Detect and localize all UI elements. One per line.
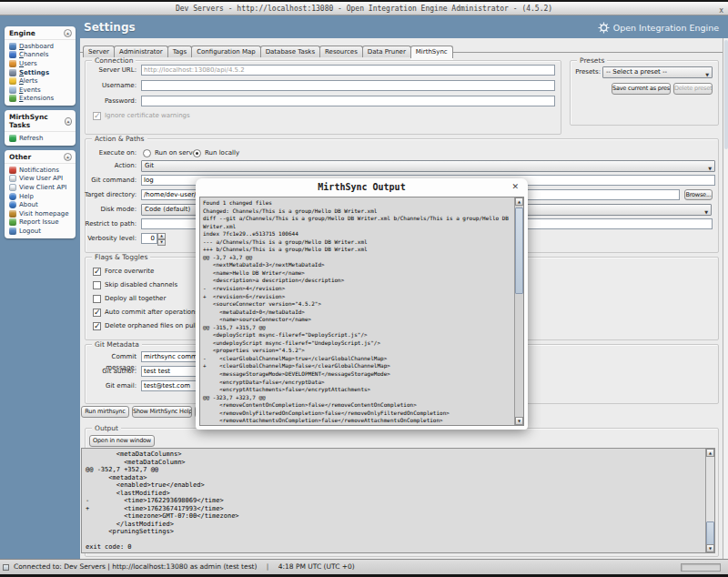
collapse-icon[interactable]: ▴ <box>64 29 72 37</box>
scrollbar-thumb[interactable] <box>706 521 714 545</box>
sidebar-item-events[interactable]: Events <box>9 86 76 95</box>
checkbox-icon <box>93 281 101 289</box>
dialog-scrollbar[interactable]: ▲ ▼ <box>514 197 523 425</box>
help-icon <box>9 193 16 200</box>
scroll-up-icon[interactable]: ▲ <box>515 197 523 206</box>
git-author-label: Git author: <box>82 366 136 377</box>
tab-data-pruner[interactable]: Data Pruner <box>362 46 411 57</box>
sidebar-item-help[interactable]: Help <box>9 192 76 201</box>
mirthsync-tasks-title: MirthSync Tasks <box>9 113 65 129</box>
sidebar-item-logout[interactable]: Logout <box>9 227 76 236</box>
dialog-output-text: Found 1 changed files Changed: Channels/… <box>203 199 509 425</box>
tab-mirthsync[interactable]: MirthSync <box>410 46 453 58</box>
dialog-close-icon[interactable]: ✕ <box>511 182 519 191</box>
sidebar-item-settings[interactable]: Settings <box>9 68 76 77</box>
run-mirthsync-button[interactable]: Run mirthsync <box>81 406 129 418</box>
sidebar-item-view-client-api[interactable]: View Client API <box>9 183 76 192</box>
presets-label: Presets: <box>566 66 601 77</box>
auto-commit-checkbox[interactable]: Auto commit after operations <box>93 308 198 317</box>
ignore-cert-checkbox[interactable]: Ignore certificate warnings <box>93 111 190 120</box>
deploy-all-checkbox[interactable]: Deploy all together <box>93 294 166 303</box>
sidebar-item-alerts[interactable]: Alerts <box>9 76 76 86</box>
extensions-icon <box>9 95 16 102</box>
other-panel-title: Other <box>9 153 31 161</box>
tab-database-tasks[interactable]: Database Tasks <box>260 46 320 57</box>
sidebar-item-dashboard[interactable]: Dashboard <box>9 42 76 51</box>
git-email-label: Git email: <box>82 380 136 391</box>
server-url-input[interactable] <box>141 65 555 76</box>
deploy-all-label: Deploy all together <box>105 295 166 302</box>
sidebar-item-view-user-api[interactable]: View User API <box>9 175 76 184</box>
tab-resources[interactable]: Resources <box>319 46 363 57</box>
collapse-icon[interactable]: ▴ <box>65 117 72 126</box>
run-locally-radio[interactable]: Run locally <box>193 148 239 157</box>
tab-tags[interactable]: Tags <box>167 46 193 57</box>
sidebar-item-about[interactable]: About <box>9 200 76 209</box>
verbosity-spinner[interactable]: 0 ▲▼ <box>141 233 166 246</box>
events-icon <box>9 86 16 94</box>
info-icon <box>9 201 16 208</box>
git-metadata-group-title: Git Metadata <box>92 340 142 349</box>
collapse-icon[interactable]: ▴ <box>64 153 72 161</box>
run-on-server-radio[interactable]: Run on server <box>143 148 199 157</box>
output-textarea[interactable]: <metaDataColumns> <metaDataColumn> @@ -3… <box>81 448 715 553</box>
checkbox-icon <box>93 268 101 276</box>
status-progress-box <box>681 563 721 572</box>
checkbox-icon <box>93 309 101 317</box>
radio-icon <box>193 149 201 157</box>
skip-disabled-checkbox[interactable]: Skip disabled channels <box>93 280 177 289</box>
commit-message-label: Commit message: <box>82 351 136 362</box>
scroll-down-icon[interactable]: ▼ <box>515 417 523 425</box>
output-scrollbar[interactable]: ▲ ▼ <box>705 449 714 552</box>
spinner-up-icon[interactable]: ▲ <box>157 233 166 239</box>
sidebar-item-visit-homepage[interactable]: Visit homepage <box>9 209 76 218</box>
dashboard-icon <box>9 43 16 50</box>
sidebar-item-channels[interactable]: Channels <box>9 51 76 60</box>
content-scrollbar[interactable] <box>723 38 728 559</box>
delete-orphaned-checkbox[interactable]: Delete orphaned files on pull <box>93 321 197 330</box>
connection-status-icon <box>3 564 9 571</box>
presets-select[interactable]: -- Select a preset -- <box>602 66 713 78</box>
sidebar-item-extensions[interactable]: Extensions <box>9 95 76 104</box>
tab-administrator[interactable]: Administrator <box>114 46 168 57</box>
force-overwrite-checkbox[interactable]: Force overwrite <box>93 267 154 276</box>
username-label: Username: <box>82 80 136 91</box>
sidebar-item-refresh[interactable]: Refresh <box>9 134 76 143</box>
dialog-output-area[interactable]: Found 1 changed files Changed: Channels/… <box>199 197 524 426</box>
show-help-button[interactable]: Show MirthSync Help <box>132 406 192 418</box>
delete-orphaned-label: Delete orphaned files on pull <box>105 322 197 329</box>
spinner-down-icon[interactable]: ▼ <box>157 239 166 246</box>
user-api-page-icon <box>9 175 16 182</box>
open-new-window-button[interactable]: Open in new window <box>89 435 155 447</box>
auto-commit-label: Auto commit after operations <box>105 309 198 316</box>
presets-group-title: Presets <box>577 56 607 65</box>
checkbox-icon <box>93 322 101 330</box>
page-title: Settings <box>84 21 136 34</box>
browse-button[interactable]: Browse... <box>684 189 713 200</box>
sidebar-item-users[interactable]: Users <box>9 59 76 68</box>
channels-icon <box>9 51 16 58</box>
delete-preset-button[interactable]: Delete preset <box>673 83 713 95</box>
password-label: Password: <box>82 96 136 106</box>
sidebar-item-notifications[interactable]: Notifications <box>9 166 76 175</box>
scroll-up-icon[interactable]: ▲ <box>706 449 714 457</box>
notifications-icon <box>9 167 16 174</box>
checkbox-icon <box>93 112 101 120</box>
username-input[interactable] <box>141 80 555 91</box>
password-input[interactable] <box>141 96 555 106</box>
status-time: 4:18 PM UTC (UTC +0) <box>278 562 355 571</box>
verbosity-value: 0 <box>141 233 157 244</box>
action-select[interactable]: Git <box>141 160 715 172</box>
sidebar-item-report-issue[interactable]: Report Issue <box>9 218 76 228</box>
output-text: <metaDataColumns> <metaDataColumn> @@ -3… <box>86 450 239 552</box>
connection-group-title: Connection <box>92 56 136 65</box>
scrollbar-thumb[interactable] <box>724 40 728 149</box>
execute-on-label: Execute on: <box>82 147 136 158</box>
target-directory-label: Target directory: <box>82 189 136 200</box>
tab-configuration-map[interactable]: Configuration Map <box>191 46 260 57</box>
scroll-down-icon[interactable]: ▼ <box>706 544 714 552</box>
scrollbar-thumb[interactable] <box>515 208 523 294</box>
tab-server[interactable]: Server <box>83 46 115 57</box>
refresh-icon <box>9 135 16 142</box>
save-preset-button[interactable]: Save current as preset <box>612 83 671 95</box>
